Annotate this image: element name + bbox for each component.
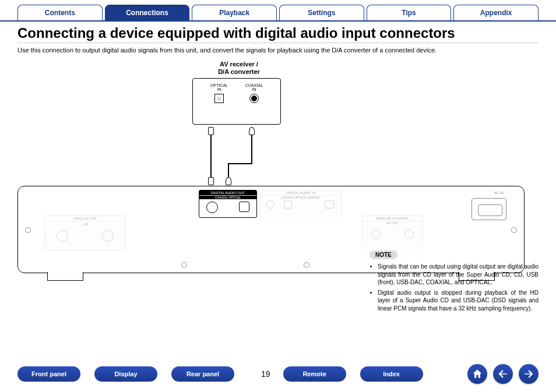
tab-connections[interactable]: Connections bbox=[105, 5, 190, 20]
nav-rear-panel[interactable]: Rear panel bbox=[171, 366, 234, 382]
cable-optical-v bbox=[210, 135, 212, 177]
coaxial-out-jack bbox=[206, 202, 218, 213]
nav-front-panel[interactable]: Front panel bbox=[17, 366, 80, 382]
bottom-nav: Front panel Display Rear panel 19 Remote… bbox=[17, 364, 539, 384]
ac-inlet bbox=[471, 198, 506, 220]
digital-in-panel: DIGITAL AUDIO IN COAXIAL OPTICAL USB-DAC bbox=[260, 190, 342, 218]
optical-port-icon: ◻ bbox=[214, 94, 224, 103]
prev-icon[interactable] bbox=[493, 364, 513, 384]
coax-plug-bottom bbox=[226, 177, 231, 185]
digital-out-panel: DIGITAL AUDIO OUT COAXIAL OPTICAL bbox=[199, 190, 257, 218]
jack-icon bbox=[266, 200, 275, 209]
cable-coax-v1 bbox=[251, 135, 252, 163]
screw-icon bbox=[25, 227, 31, 233]
coaxial-in-port: COAXIAL IN bbox=[237, 83, 272, 103]
nav-index[interactable]: Index bbox=[360, 366, 423, 382]
page-subtitle: Use this connection to output digital au… bbox=[17, 47, 539, 54]
cable-coax-h bbox=[228, 163, 252, 164]
page-title: Connecting a device equipped with digita… bbox=[17, 25, 539, 43]
optical-plug-top bbox=[208, 127, 214, 135]
remote-control-panel: REMOTE CONTROL IN OUT bbox=[362, 216, 423, 248]
jack-icon bbox=[284, 200, 292, 209]
note-section: NOTE Signals that can be output using di… bbox=[370, 250, 539, 315]
receiver-box: OPTICAL IN ◻ COAXIAL IN bbox=[192, 78, 281, 125]
page-number: 19 bbox=[261, 369, 270, 379]
note-item: Digital audio output is stopped during p… bbox=[378, 289, 539, 313]
receiver-label: AV receiver / D/A converter bbox=[198, 61, 280, 76]
jack-icon bbox=[102, 230, 114, 242]
coaxial-port-icon bbox=[249, 94, 259, 103]
note-item: Signals that can be output using digital… bbox=[378, 263, 539, 287]
screw-icon bbox=[511, 227, 517, 233]
optical-out-jack bbox=[239, 202, 249, 212]
tab-contents[interactable]: Contents bbox=[17, 5, 103, 20]
optical-plug-bottom bbox=[208, 177, 214, 185]
nav-remote[interactable]: Remote bbox=[283, 366, 346, 382]
home-icon[interactable] bbox=[467, 364, 487, 384]
nav-display[interactable]: Display bbox=[94, 366, 157, 382]
tab-playback[interactable]: Playback bbox=[192, 5, 277, 20]
coax-plug-top bbox=[249, 127, 255, 135]
tab-settings[interactable]: Settings bbox=[279, 5, 364, 20]
cable-coax-v2 bbox=[228, 163, 229, 177]
jack-icon bbox=[404, 229, 414, 239]
acin-label: AC IN bbox=[494, 191, 504, 195]
next-icon[interactable] bbox=[519, 364, 539, 384]
jack-icon bbox=[57, 230, 68, 242]
screw-icon bbox=[304, 262, 309, 268]
analog-out-panel: ANALOG OUT L R bbox=[44, 216, 126, 250]
note-badge: NOTE bbox=[370, 250, 397, 259]
screw-icon bbox=[181, 262, 187, 268]
usb-jack-icon bbox=[325, 200, 334, 209]
jack-icon bbox=[371, 229, 381, 239]
top-tabs: Contents Connections Playback Settings T… bbox=[0, 0, 556, 22]
optical-in-port: OPTICAL IN ◻ bbox=[202, 83, 237, 103]
tab-appendix[interactable]: Appendix bbox=[453, 5, 539, 20]
tab-tips[interactable]: Tips bbox=[367, 5, 452, 20]
